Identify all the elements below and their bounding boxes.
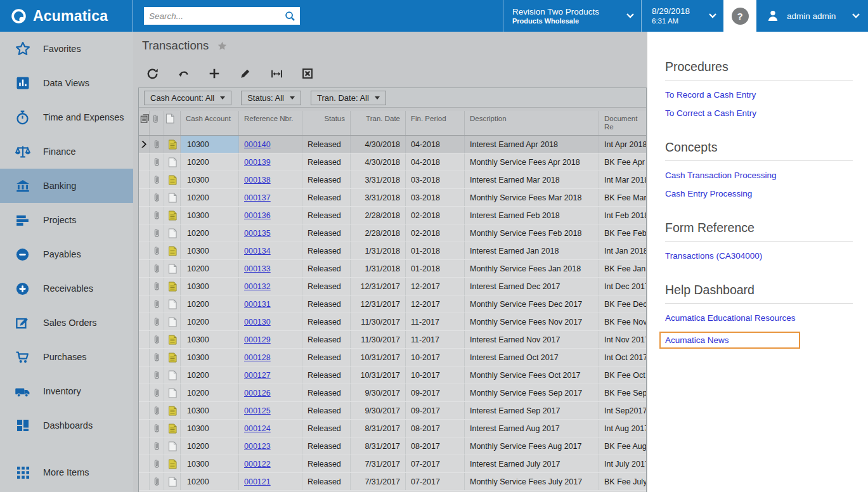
help-panel: ProceduresTo Record a Cash EntryTo Corre…	[647, 32, 868, 492]
reference-nbr-link[interactable]: 000136	[244, 211, 271, 220]
table-row[interactable]: 10200000130Released11/30/201711-2017Mont…	[139, 313, 646, 331]
reference-nbr-link[interactable]: 000122	[244, 460, 271, 469]
sidebar-item-sales-orders[interactable]: Sales Orders	[0, 306, 133, 340]
sidebar-item-time-and-expenses[interactable]: Time and Expenses	[0, 100, 133, 134]
tran-date-cell: 9/30/2017	[351, 384, 406, 401]
cash-account-cell: 10200	[181, 313, 239, 330]
help-link-cash-entry-processing[interactable]: Cash Entry Processing	[665, 189, 752, 198]
favorite-star-icon[interactable]	[217, 41, 228, 51]
help-link-transactions-ca304000[interactable]: Transactions (CA304000)	[665, 251, 762, 261]
highlight-box: Acumatica News	[659, 332, 800, 349]
table-row[interactable]: 10200000133Released1/31/201801-2018Month…	[139, 260, 646, 278]
help-button[interactable]: ?	[723, 0, 756, 32]
sidebar-item-receivables[interactable]: Receivables	[0, 271, 133, 306]
sidebar-item-data-views[interactable]: Data Views	[0, 66, 133, 100]
table-row[interactable]: 10300000140Released4/30/201804-2018Inter…	[139, 136, 646, 153]
table-row[interactable]: 10300000125Released9/30/201709-2017Inter…	[139, 402, 646, 420]
reference-nbr-link[interactable]: 000126	[244, 389, 271, 398]
table-row[interactable]: 10300000122Released7/31/201707-2017Inter…	[139, 455, 646, 473]
reference-nbr-link[interactable]: 000133	[244, 264, 271, 273]
table-row[interactable]: 10200000121Released7/31/201707-2017Month…	[139, 473, 646, 491]
reference-nbr-link[interactable]: 000130	[244, 318, 271, 327]
help-link-acumatica-news[interactable]: Acumatica News	[665, 335, 729, 345]
column-header-fin-period[interactable]: Fin. Period	[406, 111, 465, 135]
column-header-reference-nbr[interactable]: Reference Nbr.	[239, 111, 302, 135]
column-header-description[interactable]: Description	[465, 111, 599, 135]
table-row[interactable]: 10300000128Released10/31/201710-2017Inte…	[139, 349, 646, 366]
column-header-cash-account[interactable]: Cash Account	[181, 111, 239, 135]
document-icon	[168, 299, 177, 309]
column-header-document-re[interactable]: Document Re	[599, 111, 646, 135]
sidebar-item-favorites[interactable]: Favorites	[0, 32, 133, 66]
filter-status[interactable]: Status: All	[241, 91, 301, 105]
table-row[interactable]: 10200000131Released12/31/201712-2017Mont…	[139, 295, 646, 313]
reference-nbr-link[interactable]: 000140	[244, 140, 271, 149]
undo-button[interactable]	[176, 67, 190, 80]
sidebar-item-dashboards[interactable]: Dashboards	[0, 408, 133, 443]
table-row[interactable]: 10300000138Released3/31/201803-2018Inter…	[139, 171, 646, 189]
plus-circle-icon	[14, 280, 31, 297]
table-row[interactable]: 10200000126Released9/30/201709-2017Month…	[139, 384, 646, 402]
user-menu[interactable]: admin admin	[756, 0, 868, 32]
description-cell: Monthly Service Fees Apr 2018	[465, 153, 599, 171]
row-indicator-cell	[139, 224, 150, 242]
add-button[interactable]	[207, 67, 221, 80]
refresh-button[interactable]	[145, 67, 159, 80]
reference-nbr-link[interactable]: 000128	[244, 353, 271, 362]
table-row[interactable]: 10200000135Released2/28/201802-2018Month…	[139, 224, 646, 242]
status-cell: Released	[302, 278, 351, 295]
reference-nbr-link[interactable]: 000129	[244, 335, 271, 344]
table-row[interactable]: 10300000124Released8/31/201708-2017Inter…	[139, 420, 646, 437]
filter-cash-account[interactable]: Cash Account: All	[144, 91, 231, 105]
reference-nbr-link[interactable]: 000135	[244, 229, 271, 238]
sidebar-item-purchases[interactable]: Purchases	[0, 340, 133, 374]
table-row[interactable]: 10200000127Released10/31/201710-2017Mont…	[139, 366, 646, 384]
column-header-status[interactable]: Status	[302, 111, 351, 135]
help-link-cash-transaction-processing[interactable]: Cash Transaction Processing	[665, 171, 777, 180]
edit-button[interactable]	[238, 67, 252, 80]
sidebar-item-banking[interactable]: Banking	[0, 169, 133, 203]
export-excel-button[interactable]	[301, 67, 314, 80]
column-header-document-icon[interactable]	[164, 111, 181, 135]
reference-nbr-link[interactable]: 000131	[244, 300, 271, 309]
reference-nbr-link[interactable]: 000125	[244, 406, 271, 415]
reference-nbr-link[interactable]: 000121	[244, 477, 271, 486]
cash-account-cell: 10200	[181, 295, 239, 313]
sidebar-item-payables[interactable]: Payables	[0, 237, 133, 271]
help-link-to-record-a-cash-entry[interactable]: To Record a Cash Entry	[665, 90, 756, 100]
column-header-tran-date[interactable]: Tran. Date	[351, 111, 406, 135]
reference-nbr-link[interactable]: 000132	[244, 282, 271, 291]
table-row[interactable]: 10300000132Released12/31/201712-2017Inte…	[139, 278, 646, 295]
reference-nbr-link[interactable]: 000138	[244, 176, 271, 184]
help-link-to-correct-a-cash-entry[interactable]: To Correct a Cash Entry	[665, 108, 756, 118]
reference-nbr-link[interactable]: 000134	[244, 247, 271, 256]
reference-nbr-link[interactable]: 000137	[244, 193, 271, 202]
sidebar-item-inventory[interactable]: Inventory	[0, 374, 133, 408]
filter-tran-date[interactable]: Tran. Date: All	[311, 91, 386, 105]
help-link-acumatica-educational-resources[interactable]: Acumatica Educational Resources	[665, 313, 796, 323]
search-icon[interactable]	[284, 10, 296, 22]
acumatica-logo[interactable]: Acumatica	[0, 0, 133, 32]
table-row[interactable]: 10300000136Released2/28/201802-2018Inter…	[139, 207, 646, 224]
business-date-menu[interactable]: 8/29/2018 6:31 AM	[641, 0, 723, 32]
sidebar-item-more-items[interactable]: More Items	[0, 455, 133, 489]
sidebar-item-projects[interactable]: Projects	[0, 203, 133, 237]
reference-nbr-link[interactable]: 000139	[244, 158, 271, 167]
tenant-menu[interactable]: Revision Two Products Products Wholesale	[503, 0, 641, 32]
column-header-row-settings-icon[interactable]	[139, 111, 150, 135]
sidebar-item-finance[interactable]: Finance	[0, 134, 133, 169]
description-cell: Interest Earned Mar 2018	[465, 171, 599, 188]
table-row[interactable]: 10300000134Released1/31/201801-2018Inter…	[139, 242, 646, 260]
reference-nbr-link[interactable]: 000127	[244, 371, 271, 380]
search-input[interactable]	[149, 11, 284, 21]
note-icon	[168, 210, 177, 221]
table-row[interactable]: 10200000137Released3/31/201803-2018Month…	[139, 189, 646, 207]
column-header-attachment-icon[interactable]	[150, 111, 164, 135]
table-row[interactable]: 10300000129Released11/30/201711-2017Inte…	[139, 331, 646, 349]
table-row[interactable]: 10200000123Released8/31/201708-2017Month…	[139, 437, 646, 455]
table-row[interactable]: 10200000139Released4/30/201804-2018Month…	[139, 153, 646, 171]
reference-nbr-link[interactable]: 000123	[244, 442, 271, 451]
reference-nbr-link[interactable]: 000124	[244, 424, 271, 433]
fit-width-button[interactable]	[269, 67, 283, 80]
row-indicator-cell	[139, 384, 150, 401]
